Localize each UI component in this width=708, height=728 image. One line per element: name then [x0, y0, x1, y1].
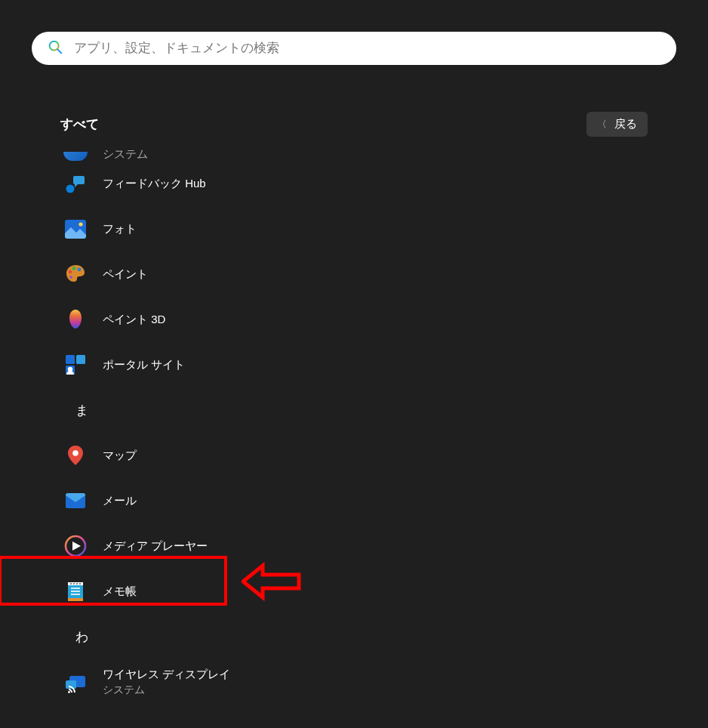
- app-item-mail[interactable]: メール: [47, 478, 661, 523]
- back-button[interactable]: 〈 戻る: [586, 112, 648, 137]
- arrow-annotation: [242, 562, 302, 601]
- paint-icon: [62, 261, 89, 288]
- app-sublabel: システム: [103, 147, 148, 161]
- app-item-maps[interactable]: マップ: [47, 433, 661, 478]
- app-sublabel: システム: [103, 683, 230, 697]
- app-list: システム フィードバック Hub フォト: [0, 137, 708, 705]
- app-label: マップ: [103, 449, 137, 463]
- app-label: メディア プレーヤー: [103, 539, 208, 554]
- app-label: メール: [103, 494, 137, 508]
- app-item-paint[interactable]: ペイント: [47, 251, 661, 297]
- svg-point-7: [78, 268, 82, 272]
- svg-point-2: [66, 185, 75, 193]
- svg-point-5: [69, 270, 72, 274]
- app-label: ペイント: [103, 267, 148, 282]
- app-label: ペイント 3D: [103, 313, 165, 327]
- header-row: すべて 〈 戻る: [0, 65, 708, 137]
- search-box[interactable]: [32, 32, 676, 65]
- highlight-annotation: [0, 556, 227, 606]
- page-title: すべて: [60, 116, 99, 133]
- svg-rect-10: [76, 355, 85, 364]
- app-label: ワイヤレス ディスプレイ: [103, 668, 230, 682]
- app-label: ポータル サイト: [103, 358, 185, 372]
- svg-rect-9: [66, 355, 75, 364]
- app-icon-cutoff: [62, 147, 89, 161]
- app-item-wireless-display[interactable]: ワイヤレス ディスプレイ システム: [47, 659, 661, 705]
- section-header-ma[interactable]: ま: [47, 387, 661, 433]
- search-input[interactable]: [74, 41, 661, 56]
- app-item-portal-site[interactable]: ポータル サイト: [47, 342, 661, 387]
- photos-icon: [62, 215, 89, 242]
- svg-point-4: [78, 222, 82, 226]
- mail-icon: [62, 487, 89, 514]
- app-item-paint3d[interactable]: ペイント 3D: [47, 297, 661, 342]
- app-item-cutoff[interactable]: システム: [47, 147, 661, 161]
- app-item-feedback-hub[interactable]: フィードバック Hub: [47, 161, 661, 206]
- app-item-photos[interactable]: フォト: [47, 206, 661, 251]
- svg-point-6: [72, 267, 76, 270]
- app-label: フィードバック Hub: [103, 177, 206, 191]
- svg-point-28: [68, 691, 70, 693]
- wireless-display-icon: [62, 668, 89, 696]
- app-label: フォト: [103, 222, 137, 236]
- search-container: [0, 0, 708, 65]
- feedback-hub-icon: [62, 170, 89, 197]
- svg-line-1: [57, 49, 61, 53]
- paint3d-icon: [62, 306, 89, 333]
- search-icon: [47, 39, 63, 58]
- svg-point-8: [69, 276, 72, 279]
- back-button-label: 戻る: [614, 117, 637, 131]
- chevron-left-icon: 〈: [597, 118, 607, 131]
- maps-icon: [62, 442, 89, 469]
- portal-site-icon: [62, 351, 89, 378]
- svg-point-13: [72, 450, 78, 456]
- section-header-wa[interactable]: わ: [47, 614, 661, 659]
